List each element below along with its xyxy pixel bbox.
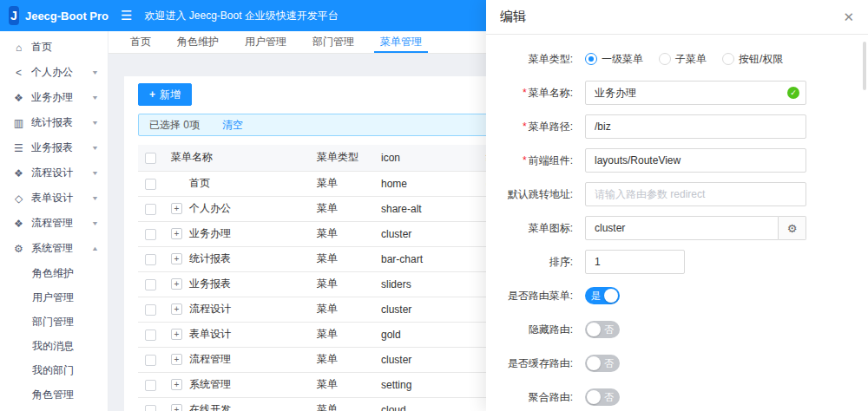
- drawer-title: 编辑: [500, 9, 526, 25]
- sidebar: ⌂ 首页 < 个人办公 ▼ ❖ 业务办理 ▼ ▥ 统计报表 ▼ ☰ 业务报表 ▼…: [0, 31, 108, 411]
- menu-type-cell: 菜单: [310, 246, 374, 271]
- sidebar-subitem-role-management[interactable]: 角色管理: [0, 382, 108, 407]
- row-checkbox[interactable]: [145, 179, 156, 190]
- row-checkbox[interactable]: [145, 279, 156, 290]
- logo[interactable]: J Jeecg-Boot Pro: [0, 0, 108, 31]
- menu-type-cell: 菜单: [310, 397, 374, 411]
- row-checkbox[interactable]: [145, 304, 156, 316]
- required-asterisk: *: [523, 154, 527, 166]
- menu-icon-label: 菜单图标:: [486, 221, 573, 236]
- row-checkbox[interactable]: [145, 329, 156, 341]
- sidebar-item-label: 流程设计: [31, 166, 91, 180]
- sidebar-item-business-handling[interactable]: ❖ 业务办理 ▼: [0, 85, 108, 110]
- drawer-body: 菜单类型: 一级菜单 子菜单 按钮/权限 *菜单名称:: [486, 35, 868, 411]
- row-checkbox[interactable]: [145, 405, 156, 411]
- sidebar-item-process-management[interactable]: ❖ 流程管理 ▼: [0, 211, 108, 236]
- sidebar-subitem-department-management[interactable]: 部门管理: [0, 310, 108, 334]
- expand-row-icon[interactable]: +: [171, 329, 182, 340]
- close-icon[interactable]: ✕: [843, 10, 854, 25]
- menu-name-input[interactable]: [585, 81, 806, 105]
- sidebar-item-label: 流程管理: [31, 216, 91, 231]
- expand-row-icon[interactable]: +: [171, 379, 182, 390]
- redirect-input[interactable]: [585, 182, 806, 206]
- row-checkbox[interactable]: [145, 229, 156, 240]
- expand-row-icon[interactable]: +: [171, 354, 182, 365]
- sidebar-subitem-role-maintenance[interactable]: 角色维护: [0, 261, 108, 285]
- aggregate-route-switch[interactable]: 否: [585, 388, 620, 406]
- cluster-icon: ❖: [12, 167, 25, 179]
- menu-icon-input[interactable]: [585, 216, 779, 240]
- sidebar-item-form-design[interactable]: ◇ 表单设计 ▼: [0, 186, 108, 211]
- sidebar-subitem-label: 用户管理: [32, 290, 74, 305]
- menu-name-cell: 业务报表: [189, 277, 231, 290]
- route-menu-switch[interactable]: 是: [585, 287, 620, 304]
- sidebar-item-label: 业务办理: [31, 90, 91, 105]
- add-button[interactable]: + 新增: [138, 83, 192, 106]
- chevron-up-icon: ▲: [91, 245, 99, 252]
- radio-unchecked-icon: [659, 53, 671, 65]
- plus-icon: +: [149, 88, 155, 101]
- tab-department-management[interactable]: 部门管理: [299, 31, 367, 53]
- row-checkbox[interactable]: [145, 204, 156, 215]
- menu-fold-icon[interactable]: ☰: [121, 8, 132, 23]
- drawer-scrollbar[interactable]: [863, 42, 866, 90]
- menu-type-cell: 菜单: [310, 347, 374, 372]
- tab-role-maintenance[interactable]: 角色维护: [164, 31, 232, 53]
- menu-path-input[interactable]: [585, 114, 806, 139]
- column-header-type: 菜单类型: [310, 145, 374, 171]
- clear-selection-link[interactable]: 清空: [222, 118, 243, 133]
- tab-user-management[interactable]: 用户管理: [232, 31, 299, 53]
- sort-label: 排序:: [486, 255, 573, 270]
- select-all-checkbox[interactable]: [145, 153, 156, 164]
- sidebar-item-business-report[interactable]: ☰ 业务报表 ▼: [0, 135, 108, 160]
- radio-button-permission[interactable]: 按钮/权限: [722, 52, 783, 67]
- form-row-hide-route: 隐藏路由: 否: [486, 317, 868, 342]
- sidebar-subitem-label: 部门管理: [32, 315, 74, 329]
- icon-cell: cluster: [374, 347, 479, 372]
- sidebar-subitem-user-management[interactable]: 用户管理: [0, 285, 108, 310]
- route-menu-label: 是否路由菜单:: [486, 289, 573, 303]
- menu-type-cell: 菜单: [310, 271, 374, 297]
- chevron-down-icon: ▼: [91, 69, 99, 76]
- hide-route-switch[interactable]: 否: [585, 321, 620, 338]
- chevron-down-icon: ▼: [91, 195, 99, 202]
- sidebar-item-statistic-report[interactable]: ▥ 统计报表 ▼: [0, 110, 108, 135]
- sidebar-item-personal-office[interactable]: < 个人办公 ▼: [0, 60, 108, 85]
- icon-cell: share-alt: [374, 196, 479, 221]
- switch-knob: [604, 289, 618, 303]
- cache-route-switch[interactable]: 否: [585, 355, 620, 372]
- radio-label: 按钮/权限: [739, 52, 783, 67]
- row-checkbox[interactable]: [145, 380, 156, 391]
- column-header-icon: icon: [374, 145, 479, 171]
- expand-row-icon[interactable]: +: [171, 278, 182, 290]
- menu-name-cell: 表单设计: [189, 328, 231, 340]
- icon-cell: cluster: [374, 297, 479, 322]
- expand-row-icon[interactable]: +: [171, 228, 182, 239]
- sidebar-item-home[interactable]: ⌂ 首页: [0, 35, 108, 60]
- sidebar-subitem-my-department[interactable]: 我的部门: [0, 358, 108, 382]
- sidebar-item-system-management[interactable]: ⚙ 系统管理 ▲: [0, 236, 108, 261]
- tab-home[interactable]: 首页: [117, 31, 164, 53]
- sidebar-subitem-my-messages[interactable]: 我的消息: [0, 334, 108, 358]
- expand-row-icon[interactable]: +: [171, 303, 182, 315]
- sort-input[interactable]: [585, 250, 685, 274]
- expand-row-icon[interactable]: +: [171, 404, 182, 411]
- sliders-icon: ☰: [12, 142, 25, 154]
- radio-sub-menu[interactable]: 子菜单: [659, 52, 707, 67]
- row-checkbox[interactable]: [145, 254, 156, 265]
- menu-type-cell: 菜单: [310, 171, 374, 196]
- expand-row-icon[interactable]: +: [171, 203, 182, 214]
- tab-menu-management[interactable]: 菜单管理: [367, 31, 435, 53]
- expand-row-icon[interactable]: +: [171, 253, 182, 264]
- component-label: *前端组件:: [486, 153, 573, 168]
- row-checkbox[interactable]: [145, 355, 156, 366]
- radio-label: 一级菜单: [602, 52, 643, 67]
- menu-type-cell: 菜单: [310, 221, 374, 246]
- logo-icon: J: [9, 6, 19, 25]
- component-input[interactable]: [585, 148, 806, 173]
- sidebar-item-process-design[interactable]: ❖ 流程设计 ▼: [0, 160, 108, 186]
- menu-name-cell: 统计报表: [189, 252, 231, 264]
- hide-route-label: 隐藏路由:: [486, 323, 573, 337]
- radio-top-level-menu[interactable]: 一级菜单: [585, 52, 643, 67]
- icon-picker-button[interactable]: ⚙: [779, 216, 806, 240]
